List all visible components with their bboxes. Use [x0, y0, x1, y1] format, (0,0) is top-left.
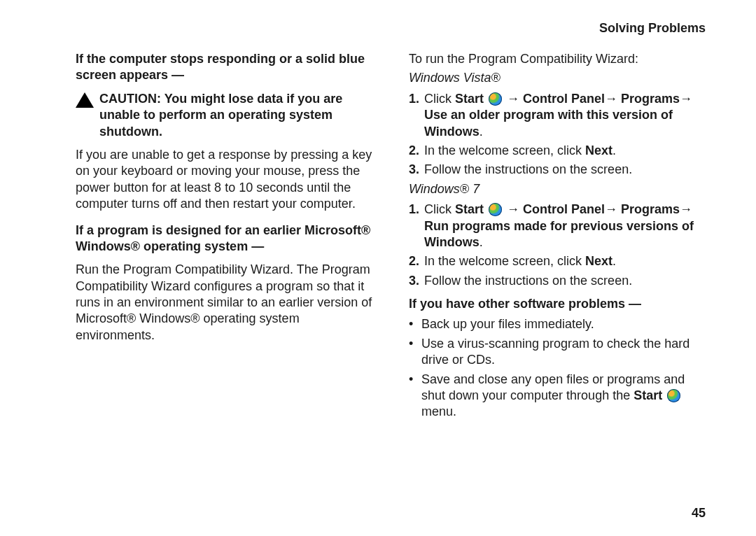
bold-next: Next [585, 254, 612, 268]
left-column: If the computer stops responding or a so… [76, 51, 375, 423]
bold-start: Start [455, 202, 484, 216]
caution-text: CAUTION: You might lose data if you are … [99, 91, 375, 140]
bullet-virus-scan: • Use a virus-scanning program to check … [409, 336, 708, 369]
bullet-backup: • Back up your files immediately. [409, 316, 708, 332]
two-column-layout: If the computer stops responding or a so… [76, 51, 708, 423]
step-number: 2. [409, 143, 424, 159]
step-number: 3. [409, 162, 424, 178]
text: In the welcome screen, click [424, 143, 585, 157]
paragraph-power-button: If you are unable to get a response by p… [76, 147, 375, 213]
bullet-text: Use a virus-scanning program to check th… [421, 336, 708, 369]
vista-step-3: 3. Follow the instructions on the screen… [409, 162, 708, 178]
vista-step-2: 2. In the welcome screen, click Next. [409, 143, 708, 159]
document-page: Solving Problems If the computer stops r… [0, 0, 756, 536]
step-body: Click Start → Control Panel→ Programs→ U… [424, 91, 708, 140]
text: menu. [421, 404, 456, 418]
right-column: To run the Program Compatibility Wizard:… [409, 51, 708, 423]
bullet-dot: • [409, 316, 421, 332]
bold-start: Start [634, 388, 662, 402]
step-number: 1. [409, 91, 424, 140]
heading-other-problems: If you have other software problems — [409, 296, 708, 312]
text: Click [424, 92, 455, 106]
section-title: Solving Problems [76, 21, 708, 36]
text: . [479, 125, 483, 139]
step-body: Follow the instructions on the screen. [424, 162, 708, 178]
text: Click [424, 202, 455, 216]
bullet-shutdown: • Save and close any open files or progr… [409, 372, 708, 421]
intro-line: To run the Program Compatibility Wizard: [409, 51, 708, 67]
caution-block: CAUTION: You might lose data if you are … [76, 91, 375, 140]
caution-triangle-icon [76, 92, 94, 108]
os-title-win7: Windows® 7 [409, 181, 708, 197]
step-number: 1. [409, 202, 424, 251]
step-body: In the welcome screen, click Next. [424, 143, 708, 159]
win7-step-1: 1. Click Start → Control Panel→ Programs… [409, 202, 708, 251]
paragraph-compat-wizard: Run the Program Compatibility Wizard. Th… [76, 262, 375, 344]
step-body: Click Start → Control Panel→ Programs→ R… [424, 202, 708, 251]
windows-orb-icon [489, 203, 502, 216]
heading-older-windows: If a program is designed for an earlier … [76, 223, 375, 255]
win7-step-2: 2. In the welcome screen, click Next. [409, 253, 708, 269]
os-title-vista: Windows Vista® [409, 70, 708, 86]
text: . [612, 254, 616, 268]
windows-orb-icon [667, 389, 680, 402]
windows-orb-icon [489, 92, 502, 106]
bold-start: Start [455, 92, 484, 106]
text: . [479, 235, 483, 249]
vista-step-1: 1. Click Start → Control Panel→ Programs… [409, 91, 708, 140]
text: In the welcome screen, click [424, 254, 585, 268]
page-number: 45 [692, 506, 706, 521]
bullet-text: Back up your files immediately. [421, 316, 594, 332]
win7-step-3: 3. Follow the instructions on the screen… [409, 273, 708, 289]
step-body: Follow the instructions on the screen. [424, 273, 708, 289]
step-number: 2. [409, 253, 424, 269]
step-body: In the welcome screen, click Next. [424, 253, 708, 269]
text: . [612, 143, 616, 157]
bullet-dot: • [409, 336, 421, 369]
bullet-text: Save and close any open files or program… [421, 372, 708, 421]
heading-blue-screen: If the computer stops responding or a so… [76, 51, 375, 84]
bold-next: Next [585, 143, 612, 157]
bullet-dot: • [409, 372, 421, 421]
step-number: 3. [409, 273, 424, 289]
